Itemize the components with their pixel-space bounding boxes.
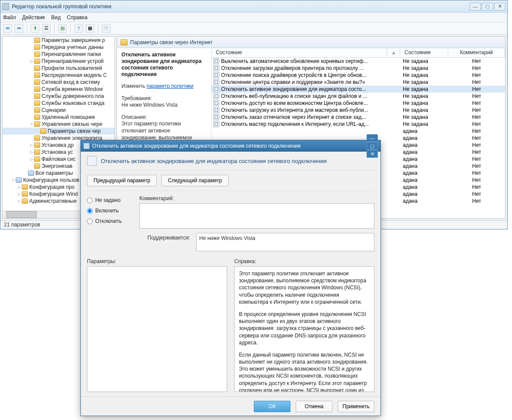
setting-icon [213, 86, 219, 92]
folder-icon [121, 39, 128, 45]
dialog-footer: ОК Отмена Применить [81, 396, 381, 416]
up-button[interactable]: ⬆ [31, 24, 39, 33]
dialog-minimize-button[interactable]: — [367, 134, 378, 142]
comment-textarea[interactable] [139, 203, 374, 229]
properties-button[interactable]: ☰ [42, 24, 51, 33]
list-row[interactable]: Отключить доступ ко всем возможностям Це… [211, 100, 505, 107]
back-button[interactable]: ⬅ [3, 24, 12, 33]
menu-action[interactable]: Действие [22, 14, 45, 21]
setting-icon [213, 65, 219, 71]
tree-item[interactable]: Параметры завершения р [3, 37, 114, 44]
dialog-titlebar[interactable]: Отключить активное зондирование для инди… [81, 140, 381, 152]
menu-file[interactable]: Файл [3, 14, 16, 21]
setting-icon [213, 58, 219, 64]
menu-view[interactable]: Вид [51, 14, 61, 21]
selected-setting-title: Отключить активное зондирование для инди… [121, 52, 207, 78]
supported-text: Не ниже Windows Vista [196, 233, 374, 251]
tree-item[interactable]: Служба времени Window [3, 86, 114, 93]
main-titlebar[interactable]: Редактор локальной групповой политики — … [0, 0, 507, 13]
tree-item[interactable]: Сценарии [3, 107, 114, 114]
next-setting-button[interactable]: Следующий параметр [161, 175, 228, 186]
tree-item[interactable]: Удаленный помощник [3, 114, 114, 121]
tree-item[interactable]: Службы языковых станда [3, 100, 114, 107]
close-button[interactable]: ✕ [494, 3, 505, 10]
ok-button[interactable]: ОК [254, 401, 291, 412]
radio-disabled[interactable]: Отключить [87, 218, 131, 224]
help-box[interactable]: Этот параметр политики отключает активно… [234, 266, 374, 392]
help-icon[interactable]: ? [74, 24, 83, 33]
tree-item[interactable]: Сетевой вход в систему [3, 79, 114, 86]
help-label: Справка: [234, 258, 374, 264]
setting-icon [213, 72, 219, 78]
maximize-button[interactable]: ▢ [482, 3, 493, 10]
tree-item[interactable]: Передача учетных данны [3, 44, 114, 51]
dialog-maximize-button[interactable]: ▢ [367, 142, 378, 150]
app-icon [2, 3, 9, 10]
menu-bar: Файл Действие Вид Справка [0, 13, 507, 22]
list-row[interactable]: Отключить мастер подключения к Интернету… [211, 121, 505, 128]
setting-icon [213, 107, 219, 113]
tree-item[interactable]: ▷Перенаправление устрой [3, 58, 114, 65]
list-header[interactable]: Состояние ▴ Состояние Комментарий [211, 48, 505, 58]
tree-item[interactable]: Службы доверенного пла [3, 93, 114, 100]
filter-icon[interactable]: ▽ [102, 24, 111, 33]
setting-icon [213, 79, 219, 85]
forward-button[interactable]: ➡ [14, 24, 23, 33]
dialog-icon [83, 143, 90, 149]
radio-not-configured[interactable]: Не задано [87, 197, 131, 203]
options-box[interactable] [87, 266, 227, 392]
list-row[interactable]: Выключить автоматическое обновление корн… [211, 58, 505, 65]
supported-label: Поддерживается: [139, 233, 190, 241]
tree-item[interactable]: Параметры связи чер [3, 128, 114, 135]
list-row[interactable]: Отключить веб-публикацию в списке задач … [211, 93, 505, 100]
sort-indicator-icon[interactable]: ▴ [387, 48, 400, 57]
cancel-button[interactable]: Отмена [296, 401, 332, 412]
edit-policy-link[interactable]: параметр политики [146, 83, 193, 89]
list-row[interactable]: Отключить заказ отпечатков через Интерне… [211, 114, 505, 121]
list-row[interactable]: Отключение центра справки и поддержки «З… [211, 79, 505, 86]
settings-header-text: Параметры связи через Интернет [130, 39, 213, 45]
setting-icon [213, 114, 219, 120]
policy-icon [87, 156, 97, 166]
toolbar: ⬅ ➡ ⬆ ☰ ▤ ? ▦ ▽ [0, 22, 507, 35]
list-row[interactable]: Отключение загрузки драйверов принтера п… [211, 65, 505, 72]
previous-setting-button[interactable]: Предыдущий параметр [87, 175, 157, 186]
tree-item[interactable]: Распределенная модель C [3, 72, 114, 79]
setting-icon [213, 93, 219, 99]
menu-help[interactable]: Справка [67, 14, 87, 21]
setting-icon [213, 121, 219, 127]
list-row[interactable]: аданаНет [211, 128, 505, 135]
list-row[interactable]: Отключить активное зондирование для инди… [211, 86, 505, 93]
minimize-button[interactable]: — [470, 3, 481, 10]
dialog-title: Отключить активное зондирование для инди… [92, 143, 367, 149]
list-row[interactable]: Отключить загрузку из Интернета для маст… [211, 107, 505, 114]
window-title: Редактор локальной групповой политики [12, 3, 470, 10]
comment-label: Комментарий: [139, 195, 374, 201]
tree-item[interactable]: Профили пользователей [3, 65, 114, 72]
options-label: Параметры: [87, 258, 227, 264]
list-row[interactable]: Отключение поиска драйверов устройств в … [211, 72, 505, 79]
tree-item[interactable]: Перенаправление папки [3, 51, 114, 58]
policy-heading: Отключить активное зондирование для инди… [101, 158, 374, 164]
tree-item[interactable]: ▿Управление связью чере [3, 121, 114, 128]
export-button[interactable]: ▤ [58, 24, 67, 33]
options-button[interactable]: ▦ [86, 24, 94, 33]
radio-enabled[interactable]: Включить [87, 208, 131, 214]
apply-button[interactable]: Применить [338, 401, 374, 412]
state-radios: Не задано Включить Отключить [87, 195, 131, 251]
settings-header: Параметры связи через Интернет [117, 37, 505, 48]
setting-icon [213, 100, 219, 106]
policy-dialog: Отключить активное зондирование для инди… [80, 140, 381, 416]
